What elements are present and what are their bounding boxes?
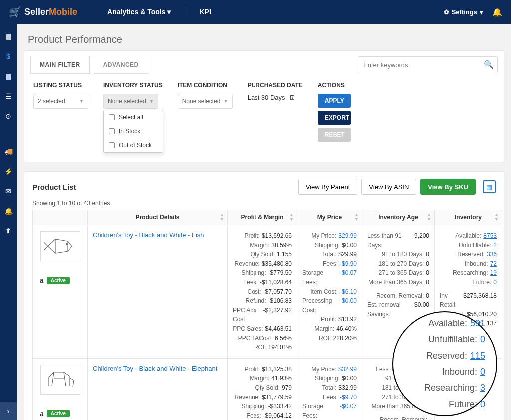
status-badge: Active <box>47 410 70 417</box>
zoom-row: Available:591 <box>428 315 485 331</box>
sort-icon: ▲▼ <box>494 213 499 222</box>
kv-row: Est. removal Savings: $0.00 <box>367 300 429 319</box>
cart-icon: 🛒 <box>9 6 21 18</box>
zoom-value[interactable]: 591 <box>470 315 485 331</box>
kv-row: Recom. Removal: <box>367 415 429 420</box>
zoom-row: Researching:3 <box>424 380 485 396</box>
sidebar-list-icon[interactable]: ☰ <box>0 91 17 102</box>
product-name-link[interactable]: Children's Toy - Black and White - Fish <box>93 231 204 239</box>
zoom-row: Future:0 <box>449 396 485 412</box>
product-name-link[interactable]: Children's Toy - Black and White - Eleph… <box>93 365 217 372</box>
sidebar-truck-icon[interactable]: 🚚 <box>0 146 17 157</box>
kv-row: Revenue: $35,480.80 <box>233 259 292 269</box>
export-button[interactable]: EXPORT <box>318 111 351 125</box>
col-inventory[interactable]: Inventory▲▼ <box>435 210 502 225</box>
sort-icon: ▲▼ <box>289 213 294 222</box>
view-by-sku-button[interactable]: View By SKU <box>420 179 476 195</box>
kv-row: Fees: -$9.90 <box>302 259 357 269</box>
kv-row: 181 to 270 Days: 0 <box>367 259 429 269</box>
kv-row: Profit: $13,325.38 <box>233 365 292 374</box>
zoom-value[interactable]: 0 <box>480 396 485 412</box>
sidebar-target-icon[interactable]: ⊙ <box>0 111 17 122</box>
checkbox-icon <box>109 142 115 148</box>
sidebar-mail-icon[interactable]: ✉ <box>0 186 17 197</box>
page-title: Product Performance <box>28 34 504 45</box>
search-icon[interactable]: 🔍 <box>484 60 494 69</box>
kv-row: Unfulfillable: 2 <box>440 241 497 250</box>
inventory-status-label: INVENTORY STATUS <box>103 82 163 89</box>
sidebar-doc-icon[interactable]: ▤ <box>0 71 17 82</box>
view-by-parent-button[interactable]: View By Parent <box>298 179 358 195</box>
bell-icon[interactable]: 🔔 <box>492 7 502 17</box>
sidebar-grid-icon[interactable]: ▦ <box>0 31 17 42</box>
nav-separator <box>185 7 185 16</box>
kv-row: Available: 8753 <box>440 231 497 241</box>
kv-row: Fees: -$11,028.64 <box>233 278 292 287</box>
caret-icon: ▼ <box>79 99 84 104</box>
apply-button[interactable]: APPLY <box>318 94 351 108</box>
kv-row: Refund: -$106.83 <box>233 296 292 306</box>
kv-row: Shipping: -$333.42 <box>233 402 292 411</box>
item-condition-select[interactable]: None selected▼ <box>178 94 233 109</box>
kv-row: Profit: $13,692.66 <box>233 231 292 241</box>
kv-row: PPC Ads Cost: -$2,327.92 <box>233 306 292 324</box>
col-my-price[interactable]: My Price▲▼ <box>297 210 362 225</box>
kv-row: 271 to 365 Days: 0 <box>367 268 429 278</box>
kv-row: Revenue: $31,779.59 <box>233 393 292 402</box>
kv-row: Storage Fees: -$0.07 <box>302 268 357 287</box>
kv-row: More than 365 Days: 0 <box>367 278 429 287</box>
tab-advanced[interactable]: ADVANCED <box>94 56 148 74</box>
sidebar-expand[interactable]: › <box>0 402 17 420</box>
zoom-value[interactable]: 3 <box>480 380 485 396</box>
actions-label: ACTIONS <box>318 82 351 89</box>
sidebar-bolt-icon[interactable]: ⚡ <box>0 166 17 177</box>
settings-link[interactable]: ✿Settings▾ <box>444 8 483 16</box>
reset-button[interactable]: RESET <box>318 128 351 142</box>
zoom-value[interactable]: 115 <box>470 348 485 364</box>
search-input[interactable] <box>358 56 498 73</box>
columns-icon[interactable]: ▦ <box>483 180 496 193</box>
col-product-details[interactable]: Product Details▲▼ <box>88 210 228 225</box>
svg-point-0 <box>66 244 67 245</box>
kv-row: Less than 91 Days: 9,200 <box>367 231 429 250</box>
calendar-icon: 🗓 <box>289 94 296 101</box>
tab-main-filter[interactable]: MAIN FILTER <box>30 56 90 74</box>
purchased-date-label: PURCHASED DATE <box>248 82 303 89</box>
kv-row: Total: $32.99 <box>302 383 357 393</box>
amazon-icon: a <box>40 410 44 418</box>
zoom-row: Unfulfillable:0 <box>428 331 485 347</box>
option-out-of-stock[interactable]: Out of Stock <box>104 138 163 152</box>
option-select-all[interactable]: Select all <box>104 110 163 124</box>
sidebar-dollar-icon[interactable]: $ <box>0 51 17 62</box>
zoom-value[interactable]: 0 <box>480 331 485 347</box>
item-condition-label: ITEM CONDITION <box>178 82 233 89</box>
nav-kpi[interactable]: KPI <box>199 8 211 16</box>
inventory-status-select[interactable]: None selected▼ <box>103 94 158 109</box>
product-image[interactable] <box>40 365 80 395</box>
kv-row: Future: 0 <box>440 278 497 287</box>
kv-row: PPC Sales: $4,463.51 <box>233 324 292 334</box>
listing-status-select[interactable]: 2 selected▼ <box>33 94 88 109</box>
zoom-value[interactable]: 0 <box>480 364 485 380</box>
kv-row: My Price: $29.99 <box>302 231 357 241</box>
option-in-stock[interactable]: In Stock <box>104 124 163 138</box>
kv-row: Margin: 38.59% <box>233 241 292 250</box>
kv-row: Shipping: $0.00 <box>302 374 357 383</box>
logo[interactable]: 🛒 SellerMobile <box>9 6 77 18</box>
kv-row: Total: $29.99 <box>302 250 357 259</box>
entries-text: Showing 1 to 10 of 43 entries <box>32 200 496 207</box>
product-image[interactable] <box>40 231 80 261</box>
caret-icon: ▼ <box>149 99 154 104</box>
purchased-date-value[interactable]: Last 30 Days🗓 <box>248 94 303 101</box>
nav-analytics[interactable]: Analytics & Tools▾ <box>107 8 171 16</box>
kv-row: Fees: -$9,064.12 <box>233 411 292 420</box>
sidebar-upload-icon[interactable]: ⬆ <box>0 225 17 236</box>
col-inventory-age[interactable]: Inventory Age▲▼ <box>362 210 435 225</box>
sidebar: ▦ $ ▤ ☰ ⊙ 🚚 ⚡ ✉ 🔔 ⬆ › <box>0 24 17 420</box>
kv-row: PPC TACost: 6.56% <box>233 334 292 343</box>
kv-row: Cost: -$7,057.70 <box>233 287 292 297</box>
col-profit-margin[interactable]: Profit & Margin▲▼ <box>228 210 297 225</box>
sidebar-bell-icon[interactable]: 🔔 <box>0 206 17 216</box>
sort-icon: ▲▼ <box>427 213 431 222</box>
view-by-asin-button[interactable]: View By ASIN <box>361 179 416 195</box>
